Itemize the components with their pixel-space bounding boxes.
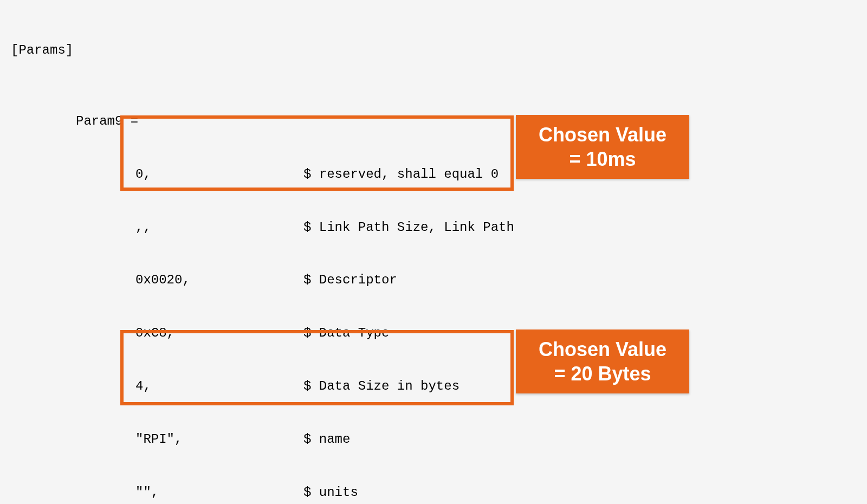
section-header: [Params] (11, 42, 856, 60)
code-line: 0x0020,$ Descriptor (11, 272, 856, 289)
code-block: [Params] Param9 = 0,$ reserved, shall eq… (11, 7, 856, 504)
code-line: 0xC8,$ Data Type (11, 325, 856, 343)
code-line: 4,$ Data Size in bytes (11, 378, 856, 396)
param-name: Param9 = (11, 113, 856, 131)
code-line: 0,$ reserved, shall equal 0 (11, 166, 856, 184)
callout-2: Chosen Value = 20 Bytes (516, 329, 689, 393)
code-line: "",$ units (11, 484, 856, 502)
code-line: ,,$ Link Path Size, Link Path (11, 219, 856, 237)
code-line: "RPI",$ name (11, 431, 856, 449)
callout-1: Chosen Value = 10ms (516, 115, 689, 179)
